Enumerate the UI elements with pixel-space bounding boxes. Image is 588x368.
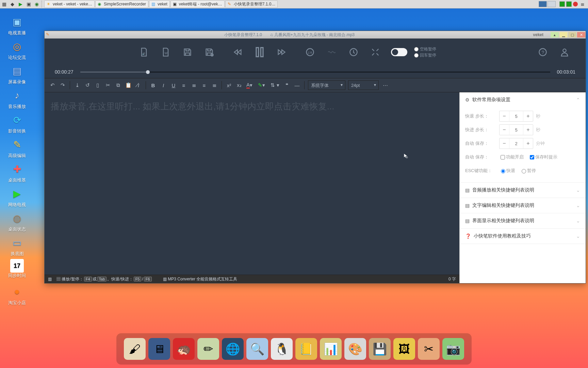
tray-box-green2[interactable]	[566, 1, 572, 7]
desktop-icon-tv[interactable]: ▣电视直播	[3, 14, 31, 38]
theme-toggle[interactable]	[391, 48, 407, 56]
italic-button[interactable]: I	[158, 80, 168, 90]
esc-pause-radio[interactable]: 暂停	[520, 168, 536, 174]
tray-menu-icon[interactable]: ≣	[579, 1, 586, 7]
quote-button[interactable]: ❝	[282, 80, 292, 90]
workspace-pager[interactable]	[538, 1, 556, 7]
section-settings-header[interactable]: ⚙ 软件常用杂项设置 ⌃	[460, 92, 586, 107]
esc-rewind-radio[interactable]: 快退	[499, 168, 515, 174]
font-size-select[interactable]: 24pt	[348, 80, 379, 90]
pause-space-radio[interactable]: 空格暂停	[414, 46, 436, 52]
superscript-button[interactable]: x²	[224, 80, 234, 90]
desktop-icon-status[interactable]: ◍桌面状态	[3, 210, 31, 234]
clear-format-button[interactable]: I̸	[133, 80, 144, 90]
speed-normal-button[interactable]: 正常	[303, 45, 317, 60]
fullscreen-button[interactable]	[368, 45, 383, 60]
autosave-input[interactable]	[509, 138, 523, 149]
rollup-button[interactable]: ▴	[551, 32, 559, 37]
tray-monitor-icon[interactable]: ▦	[1, 1, 7, 7]
recover-button[interactable]: ⤓	[72, 80, 82, 90]
align-justify-button[interactable]: ≣	[209, 80, 219, 90]
history-button[interactable]: ↺	[82, 80, 93, 90]
highlight-button[interactable]: ✎ ▾	[255, 80, 268, 90]
mp3-converter-link[interactable]: ▥ MP3 Converter 全能音频格式互转工具	[163, 276, 237, 282]
undo-button[interactable]: ↶	[47, 80, 58, 90]
minus-button[interactable]: −	[500, 125, 509, 135]
more-button[interactable]: ⋯	[380, 80, 390, 90]
dock-item-8[interactable]: 📒	[295, 338, 317, 360]
dock-item-10[interactable]: 🎨	[344, 338, 366, 360]
close-button[interactable]: ✕	[577, 32, 585, 37]
section-text-keys[interactable]: ▤文字编辑相关快捷键列表说明⌄	[460, 198, 586, 213]
pin-button[interactable]	[346, 45, 361, 60]
line-height-button[interactable]: ⇅ ▾	[268, 80, 282, 90]
dock-item-6[interactable]: 🔍	[246, 338, 268, 360]
plus-button[interactable]: +	[523, 139, 533, 148]
plus-button[interactable]: +	[523, 125, 533, 135]
tray-globe-icon[interactable]: ◉	[33, 1, 40, 7]
desktop-icon-edit[interactable]: ✎高级编辑	[3, 136, 31, 161]
desktop-icon-nettv[interactable]: ▶网络电视	[3, 185, 31, 210]
desktop-icon-convert[interactable]: ⟳影音转换	[3, 112, 31, 136]
editor-area[interactable]: 播放录音,在这里听打... 如果上次意外退出,请1分钟内立即点击灾难恢复...	[45, 92, 459, 275]
pause-enter-radio[interactable]: 回车暂停	[414, 52, 436, 58]
cut-button[interactable]: ✂	[103, 80, 113, 90]
forward-step-stepper[interactable]: − +	[499, 124, 533, 135]
save-as-button[interactable]	[202, 45, 217, 60]
font-color-button[interactable]: A ▾	[244, 80, 255, 90]
redo-button[interactable]: ↷	[58, 80, 68, 90]
autosave-prompt-checkbox[interactable]: 保存时提示	[528, 154, 557, 160]
dock-item-4[interactable]: ✏	[197, 338, 219, 360]
desktop-icon-time[interactable]: 17同步时间	[3, 259, 31, 283]
underline-button[interactable]: U	[168, 80, 179, 90]
forward-step-input[interactable]	[509, 125, 523, 135]
hr-button[interactable]: —	[292, 80, 302, 90]
section-tips[interactable]: ❓小快笔软件使用教程及技巧⌄	[460, 229, 586, 244]
forward-button[interactable]	[274, 45, 289, 60]
taskbar-button-terminal[interactable]: ▣ veket终端 - root@vek…	[170, 0, 225, 8]
dock-item-13[interactable]: ✂	[418, 338, 440, 360]
align-left-button[interactable]: ≡	[179, 80, 189, 90]
desktop-icon-wallpaper[interactable]: ▭换底图	[3, 234, 31, 259]
titlebar[interactable]: ✎ 小快笔录音整理7.1.0 ♫ 几番风雨+九百九十九朵玫瑰 - 南北组合.mp…	[45, 31, 586, 39]
taskbar-button-folder[interactable]: ▥ veket	[149, 0, 170, 8]
subscript-button[interactable]: x₂	[234, 80, 244, 90]
plus-button[interactable]: +	[523, 111, 533, 121]
dock-item-11[interactable]: 💾	[369, 338, 391, 360]
dock-item-3[interactable]: 🦔	[173, 338, 195, 360]
tray-terminal-icon[interactable]: ▣	[25, 1, 32, 7]
bold-button[interactable]: B	[148, 80, 158, 90]
section-audio-keys[interactable]: ▤音频播放相关快捷键列表说明⌄	[460, 183, 586, 198]
workspace-1[interactable]	[539, 1, 547, 7]
tray-windows-icon[interactable]: ◆	[9, 1, 16, 7]
copy-button[interactable]: ⧉	[113, 80, 123, 90]
dock-item-7[interactable]: 🐧	[271, 338, 293, 360]
save-button[interactable]	[180, 45, 195, 60]
rewind-step-stepper[interactable]: − +	[499, 111, 533, 122]
align-center-button[interactable]: ≣	[189, 80, 199, 90]
seek-track[interactable]	[80, 72, 550, 73]
font-family-select[interactable]: 系统字体	[308, 80, 345, 90]
minus-button[interactable]: −	[500, 139, 509, 148]
dock-item-2[interactable]: 🖥	[148, 338, 170, 360]
taskbar-button-app[interactable]: ✎ 小快笔录音整理7.1.0…	[225, 0, 278, 8]
desktop-icon-wiki[interactable]: ✚桌面维基	[3, 161, 31, 185]
dock-item-1[interactable]: 🖌	[124, 338, 146, 360]
tray-dot-red[interactable]	[573, 2, 578, 6]
autosave-stepper[interactable]: − +	[499, 138, 533, 149]
new-doc-button[interactable]: ▯	[93, 80, 103, 90]
section-ui-keys[interactable]: ▤界面显示相关快捷键列表说明⌄	[460, 213, 586, 228]
dock-item-5[interactable]: 🌐	[222, 338, 244, 360]
tray-box-green[interactable]	[559, 1, 565, 7]
tray-play-icon[interactable]: ▶	[17, 1, 24, 7]
taskbar-button-screenrecorder[interactable]: ◉ SimpleScreenRecorder	[95, 0, 148, 8]
dock-item-12[interactable]: 🖼	[393, 338, 415, 360]
minus-button[interactable]: −	[500, 111, 509, 121]
help-button[interactable]: ?	[535, 45, 550, 60]
play-pause-button[interactable]	[252, 45, 267, 60]
workspace-2[interactable]	[548, 1, 556, 7]
dock-item-14[interactable]: 📷	[442, 338, 464, 360]
autosave-enable-checkbox[interactable]: 功能开启	[499, 154, 524, 160]
desktop-icon-record[interactable]: ▤屏幕录像	[3, 63, 31, 87]
maximize-button[interactable]: ▢	[568, 32, 576, 37]
